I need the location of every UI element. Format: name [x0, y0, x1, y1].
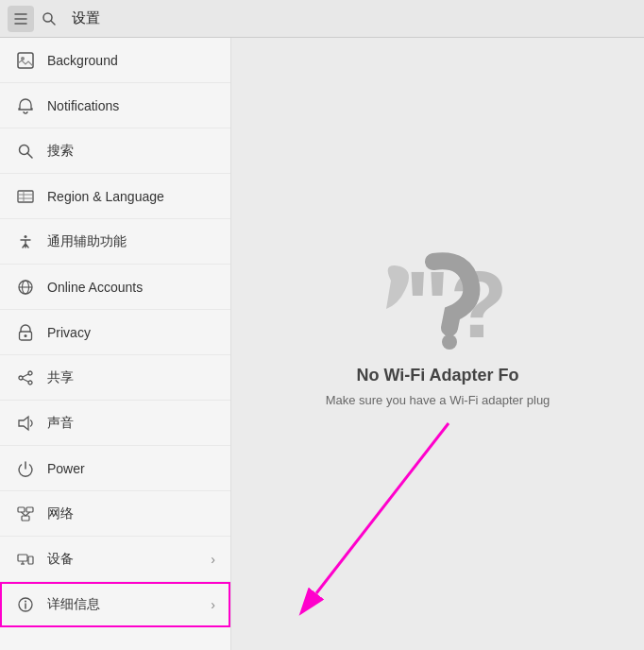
- svg-line-1: [51, 21, 55, 25]
- network-label: 网络: [47, 505, 215, 522]
- sidebar-item-accessibility[interactable]: 通用辅助功能: [0, 219, 230, 265]
- svg-rect-2: [18, 53, 33, 68]
- background-label: Background: [47, 53, 215, 68]
- sharing-icon: [15, 368, 36, 388]
- sidebar-item-devices[interactable]: 设备 ›: [0, 537, 230, 582]
- sidebar: Background Notifications 搜索: [0, 38, 231, 650]
- accessibility-icon: [15, 231, 36, 252]
- tools-button[interactable]: [8, 6, 34, 32]
- devices-label: 设备: [47, 551, 211, 568]
- notifications-icon: [15, 95, 36, 116]
- svg-point-3: [21, 57, 25, 60]
- online-accounts-label: Online Accounts: [47, 280, 215, 295]
- svg-line-5: [27, 153, 32, 158]
- sidebar-item-notifications[interactable]: Notifications: [0, 83, 230, 128]
- svg-point-18: [28, 381, 32, 385]
- privacy-icon: [15, 322, 36, 343]
- annotation-arrow: [279, 414, 496, 622]
- window-title: 设置: [72, 9, 100, 27]
- online-accounts-icon: [15, 277, 36, 298]
- svg-line-19: [23, 374, 28, 377]
- search-sidebar-icon: [15, 141, 36, 162]
- sharing-label: 共享: [47, 369, 215, 386]
- region-icon: [15, 186, 36, 207]
- svg-rect-6: [18, 191, 33, 202]
- sidebar-item-region[interactable]: Region & Language: [0, 174, 230, 219]
- svg-point-17: [19, 376, 23, 380]
- power-icon: [15, 458, 36, 479]
- sidebar-item-details[interactable]: 详细信息 ›: [0, 582, 230, 627]
- svg-rect-24: [22, 516, 29, 521]
- power-label: Power: [47, 461, 215, 476]
- devices-arrow: ›: [211, 552, 215, 567]
- svg-point-10: [25, 235, 27, 238]
- sidebar-item-background[interactable]: Background: [0, 38, 230, 83]
- devices-icon: [15, 549, 36, 570]
- svg-rect-28: [28, 556, 33, 564]
- svg-point-16: [28, 371, 32, 375]
- content-area: "? No Wi-Fi Adapter Fo Make sure you hav…: [231, 38, 644, 650]
- search-label: 搜索: [47, 143, 215, 160]
- region-label: Region & Language: [47, 189, 215, 204]
- svg-point-33: [25, 600, 26, 602]
- sidebar-item-privacy[interactable]: Privacy: [0, 310, 230, 355]
- svg-line-37: [316, 423, 449, 593]
- accessibility-label: 通用辅助功能: [47, 233, 215, 250]
- no-wifi-title: No Wi-Fi Adapter Fo: [326, 366, 551, 385]
- sidebar-item-network[interactable]: 网络: [0, 491, 230, 537]
- svg-marker-21: [19, 417, 28, 430]
- question-mark-svg: [363, 243, 514, 375]
- search-button[interactable]: [36, 6, 62, 32]
- no-wifi-subtitle: Make sure you have a Wi-Fi adapter plug: [326, 393, 551, 407]
- background-icon: [15, 50, 36, 71]
- titlebar: 设置: [0, 0, 644, 38]
- svg-point-15: [25, 334, 27, 337]
- svg-rect-23: [26, 507, 33, 512]
- privacy-label: Privacy: [47, 325, 215, 340]
- svg-line-20: [23, 379, 28, 382]
- sound-label: 声音: [47, 415, 215, 432]
- sound-icon: [15, 413, 36, 434]
- notifications-label: Notifications: [47, 98, 215, 113]
- details-label: 详细信息: [47, 596, 211, 613]
- sidebar-item-sound[interactable]: 声音: [0, 401, 230, 446]
- sidebar-item-power[interactable]: Power: [0, 446, 230, 491]
- sidebar-item-search[interactable]: 搜索: [0, 128, 230, 174]
- sidebar-item-sharing[interactable]: 共享: [0, 355, 230, 401]
- svg-point-35: [442, 334, 457, 350]
- sidebar-item-online-accounts[interactable]: Online Accounts: [0, 265, 230, 310]
- details-icon: [15, 594, 36, 615]
- network-icon: [15, 504, 36, 524]
- main-layout: Background Notifications 搜索: [0, 38, 644, 650]
- svg-rect-27: [18, 555, 27, 561]
- svg-rect-22: [18, 507, 25, 512]
- details-arrow: ›: [211, 597, 215, 612]
